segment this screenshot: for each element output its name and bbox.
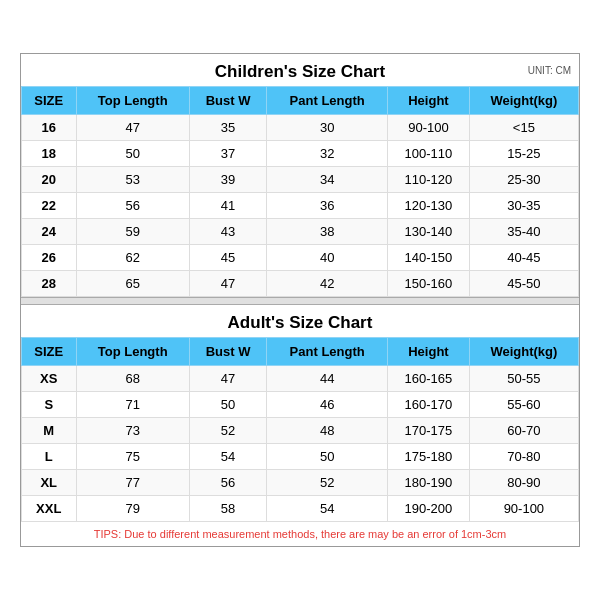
table-row: 22564136120-13030-35 [22,193,579,219]
table-cell: 54 [267,496,388,522]
adult-table: SIZE Top Length Bust W Pant Length Heigh… [21,337,579,522]
children-col-bust-w: Bust W [189,87,266,115]
table-row: XS684744160-16550-55 [22,366,579,392]
children-col-weight: Weight(kg) [469,87,578,115]
table-cell: 41 [189,193,266,219]
table-cell: 170-175 [388,418,470,444]
adult-title-row: Adult's Size Chart [21,305,579,337]
table-cell: 55-60 [469,392,578,418]
table-cell: 47 [76,115,189,141]
table-cell: 50 [267,444,388,470]
table-cell: 140-150 [388,245,470,271]
table-cell: 58 [189,496,266,522]
table-cell: 45 [189,245,266,271]
table-cell: <15 [469,115,578,141]
table-cell: 150-160 [388,271,470,297]
table-row: 24594338130-14035-40 [22,219,579,245]
table-row: 20533934110-12025-30 [22,167,579,193]
table-cell: 26 [22,245,77,271]
adult-col-pant-length: Pant Length [267,338,388,366]
table-cell: L [22,444,77,470]
table-cell: 20 [22,167,77,193]
table-cell: 56 [76,193,189,219]
table-row: XXL795854190-20090-100 [22,496,579,522]
table-cell: 90-100 [469,496,578,522]
table-cell: 40 [267,245,388,271]
table-cell: 48 [267,418,388,444]
adult-col-weight: Weight(kg) [469,338,578,366]
table-cell: 47 [189,271,266,297]
table-cell: 62 [76,245,189,271]
children-table: SIZE Top Length Bust W Pant Length Heigh… [21,86,579,297]
table-cell: 73 [76,418,189,444]
table-cell: 53 [76,167,189,193]
table-cell: 52 [267,470,388,496]
table-cell: 175-180 [388,444,470,470]
children-col-size: SIZE [22,87,77,115]
table-cell: 25-30 [469,167,578,193]
table-cell: XL [22,470,77,496]
table-cell: 80-90 [469,470,578,496]
table-cell: 50 [189,392,266,418]
table-cell: 32 [267,141,388,167]
table-cell: 24 [22,219,77,245]
table-cell: 30-35 [469,193,578,219]
table-cell: 130-140 [388,219,470,245]
table-cell: S [22,392,77,418]
table-cell: 40-45 [469,245,578,271]
table-cell: 65 [76,271,189,297]
table-cell: 160-165 [388,366,470,392]
table-cell: 180-190 [388,470,470,496]
children-title: Children's Size Chart [215,62,385,81]
table-cell: 36 [267,193,388,219]
table-cell: 22 [22,193,77,219]
table-cell: 18 [22,141,77,167]
adult-col-bust-w: Bust W [189,338,266,366]
table-cell: 35 [189,115,266,141]
table-cell: 120-130 [388,193,470,219]
table-row: M735248170-17560-70 [22,418,579,444]
children-col-top-length: Top Length [76,87,189,115]
adult-title: Adult's Size Chart [228,313,373,332]
table-cell: 43 [189,219,266,245]
table-cell: 35-40 [469,219,578,245]
table-row: 26624540140-15040-45 [22,245,579,271]
table-row: XL775652180-19080-90 [22,470,579,496]
table-cell: 100-110 [388,141,470,167]
table-cell: 110-120 [388,167,470,193]
table-cell: 30 [267,115,388,141]
table-cell: 90-100 [388,115,470,141]
children-title-row: Children's Size Chart UNIT: CM [21,54,579,86]
section-divider [21,297,579,305]
table-cell: 75 [76,444,189,470]
table-cell: M [22,418,77,444]
table-cell: 42 [267,271,388,297]
table-cell: 39 [189,167,266,193]
adult-header-row: SIZE Top Length Bust W Pant Length Heigh… [22,338,579,366]
children-col-pant-length: Pant Length [267,87,388,115]
table-cell: 47 [189,366,266,392]
table-cell: 60-70 [469,418,578,444]
children-col-height: Height [388,87,470,115]
table-cell: 15-25 [469,141,578,167]
table-cell: 45-50 [469,271,578,297]
table-cell: 34 [267,167,388,193]
table-cell: 190-200 [388,496,470,522]
table-cell: 50-55 [469,366,578,392]
table-cell: 44 [267,366,388,392]
table-cell: 37 [189,141,266,167]
table-cell: 50 [76,141,189,167]
table-cell: 56 [189,470,266,496]
table-cell: 28 [22,271,77,297]
table-cell: 160-170 [388,392,470,418]
adult-col-top-length: Top Length [76,338,189,366]
table-cell: 70-80 [469,444,578,470]
chart-container: Children's Size Chart UNIT: CM SIZE Top … [20,53,580,547]
table-cell: 54 [189,444,266,470]
table-cell: 16 [22,115,77,141]
children-header-row: SIZE Top Length Bust W Pant Length Heigh… [22,87,579,115]
table-cell: XS [22,366,77,392]
table-cell: XXL [22,496,77,522]
table-cell: 68 [76,366,189,392]
table-cell: 71 [76,392,189,418]
